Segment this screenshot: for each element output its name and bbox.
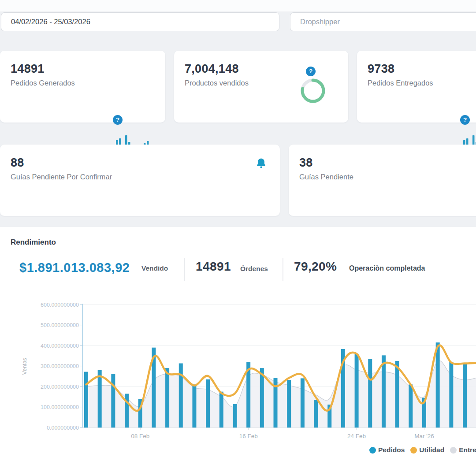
legend-item-utilidad[interactable]: Utilidad [410, 446, 444, 454]
date-range-input[interactable] [1, 12, 279, 31]
sales-chart: 0.000000000100.000000000200.000000000300… [0, 227, 476, 476]
stat-label: Guías Pendiente [299, 173, 353, 181]
stat-value: 38 [299, 156, 313, 170]
chart-legend: PedidosUtilidadEntregados [369, 446, 476, 454]
legend-item-entregados[interactable]: Entregados [450, 446, 476, 454]
legend-label: Entregados [459, 446, 476, 454]
legend-dot [410, 447, 417, 454]
legend-item-pedidos[interactable]: Pedidos [369, 446, 405, 454]
help-icon[interactable]: ? [113, 115, 123, 125]
legend-label: Pedidos [378, 446, 405, 454]
svg-text:500.000000000: 500.000000000 [41, 322, 79, 328]
help-icon[interactable]: ? [306, 67, 316, 76]
top-strip [0, 0, 476, 11]
svg-text:16 Feb: 16 Feb [239, 433, 258, 439]
dashboard: 14891 Pedidos Generados ? 7,004,148 Prod… [0, 0, 476, 476]
svg-text:200.000000000: 200.000000000 [41, 384, 79, 390]
svg-text:08 Feb: 08 Feb [131, 433, 149, 439]
legend-label: Utilidad [419, 446, 444, 454]
svg-text:Ventas: Ventas [22, 358, 28, 375]
stat-label: Pedidos Entregados [368, 79, 433, 87]
svg-text:0.000000000: 0.000000000 [47, 425, 79, 431]
stat-value: 14891 [11, 62, 45, 76]
legend-dot [369, 447, 376, 454]
svg-text:100.000000000: 100.000000000 [41, 404, 79, 410]
card-productos-vendidos: 7,004,148 Productos vendidos ? [174, 51, 348, 123]
stat-value: 88 [11, 156, 24, 170]
bell-icon [256, 158, 266, 169]
card-pedidos-entregados: 9738 Pedidos Entregados ? [357, 51, 476, 123]
stat-label: Guías Pendiente Por Confirmar [11, 173, 112, 181]
card-pedidos-generados: 14891 Pedidos Generados ? [0, 51, 165, 123]
legend-dot [450, 447, 457, 454]
stat-value: 9738 [368, 62, 394, 76]
svg-text:600.000000000: 600.000000000 [41, 302, 79, 308]
card-guias-pendiente: 38 Guías Pendiente [289, 145, 476, 216]
stat-label: Productos vendidos [185, 79, 249, 87]
performance-panel: Rendimiento $1.891.013.083,92 Vendido 14… [0, 227, 476, 476]
stat-label: Pedidos Generados [11, 79, 75, 87]
svg-text:300.000000000: 300.000000000 [41, 363, 79, 369]
donut-progress-icon [301, 78, 325, 103]
card-guias-pendiente-confirmar: 88 Guías Pendiente Por Confirmar [0, 145, 280, 216]
svg-text:400.000000000: 400.000000000 [41, 343, 79, 349]
svg-text:24 Feb: 24 Feb [347, 433, 366, 439]
help-icon[interactable]: ? [460, 115, 470, 125]
svg-text:Mar '26: Mar '26 [414, 433, 434, 439]
stat-value: 7,004,148 [185, 62, 239, 76]
dropshipper-input[interactable] [290, 12, 476, 31]
